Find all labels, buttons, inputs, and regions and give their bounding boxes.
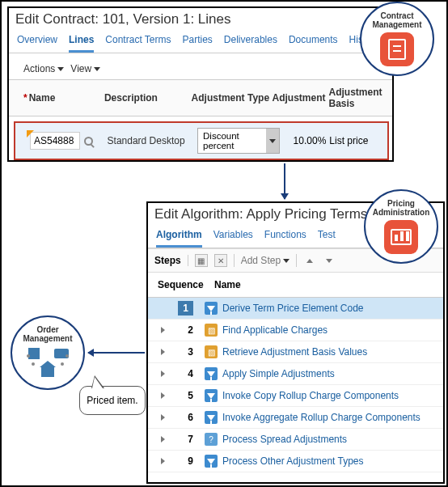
badge-pricing-administration: Pricing Administration (364, 189, 438, 264)
badge-contract-management: Contract Management (360, 2, 434, 76)
step-row[interactable]: 1Derive Term Price Element Code (148, 298, 443, 320)
adjustment-type-select[interactable]: Discount percent (197, 128, 280, 154)
package-icon: ▧ (205, 324, 218, 337)
required-star-icon: * (23, 92, 27, 104)
caret-down-icon (57, 67, 64, 71)
funnel-icon (205, 455, 218, 468)
move-down-button[interactable] (323, 254, 336, 267)
step-sequence: 6 (167, 412, 205, 423)
duplicate-button[interactable]: ▦ (195, 254, 208, 267)
step-row[interactable]: 2▧Find Applicable Charges (148, 320, 443, 341)
step-name: Process Other Adjustment Types (222, 455, 364, 467)
badge-order-management: Order Management (11, 315, 85, 390)
step-row[interactable]: 3▧Retrieve Adjustment Basis Values (148, 341, 443, 363)
actions-menu[interactable]: Actions (23, 63, 64, 74)
expand-icon[interactable] (158, 371, 167, 377)
step-sequence: 3 (167, 346, 205, 358)
tab-test[interactable]: Test (318, 226, 336, 248)
arrow-up-icon (306, 259, 313, 263)
badge-label: Order Management (12, 325, 83, 343)
tab-contract-terms[interactable]: Contract Terms (105, 31, 171, 53)
add-step-menu[interactable]: Add Step (241, 255, 290, 266)
contract-toolbar: Actions View (9, 53, 392, 79)
expand-icon[interactable] (158, 436, 167, 443)
arrow-down-icon (326, 259, 332, 263)
delete-button[interactable]: ✕ (214, 254, 227, 267)
view-menu[interactable]: View (70, 63, 100, 74)
name-input[interactable] (30, 132, 80, 150)
caret-down-icon (269, 139, 276, 143)
tab-documents[interactable]: Documents (289, 31, 338, 53)
package-icon: ▧ (205, 345, 218, 358)
step-sequence: 7 (167, 434, 205, 445)
funnel-icon (205, 411, 218, 424)
col-adjustment: Adjustment (273, 92, 329, 104)
step-sequence: 1 (167, 303, 205, 314)
dropdown-button[interactable] (266, 129, 279, 153)
contract-document-icon (380, 32, 414, 66)
grid-header: *Name Description Adjustment Type Adjust… (9, 79, 392, 116)
step-name: Invoke Copy Rollup Charge Components (222, 390, 399, 401)
tab-overview[interactable]: Overview (17, 31, 57, 53)
step-row[interactable]: 7?Process Spread Adjustments (148, 429, 443, 451)
tab-functions[interactable]: Functions (264, 226, 306, 248)
col-name: Name (214, 279, 437, 290)
step-row[interactable]: 6Invoke Aggregate Rollup Charge Componen… (148, 407, 443, 429)
search-icon[interactable] (84, 137, 93, 146)
tab-deliverables[interactable]: Deliverables (224, 31, 277, 53)
grid-row-highlighted: Standard Desktop Discount percent 10.00%… (14, 121, 389, 160)
col-sequence: Sequence (158, 279, 214, 290)
expand-icon[interactable] (158, 327, 167, 333)
add-step-label: Add Step (241, 255, 281, 266)
col-description: Description (104, 92, 192, 104)
tab-algorithm[interactable]: Algorithm (156, 226, 202, 248)
cell-adjustment-basis: List price (329, 135, 381, 146)
step-sequence: 5 (167, 390, 205, 401)
question-icon: ? (205, 433, 218, 446)
step-sequence: 2 (167, 324, 205, 336)
tab-lines[interactable]: Lines (69, 31, 94, 53)
flow-arrow-down-icon (284, 163, 285, 199)
caret-down-icon (94, 67, 100, 71)
step-row[interactable]: 4Apply Simple Adjustments (148, 363, 443, 385)
actions-label: Actions (23, 63, 55, 74)
caret-down-icon (283, 259, 290, 263)
order-management-icon (27, 346, 69, 380)
step-name: Invoke Aggregate Rollup Charge Component… (222, 412, 421, 423)
tab-parties[interactable]: Parties (183, 31, 213, 53)
expand-icon[interactable] (158, 349, 167, 355)
expand-icon[interactable] (158, 414, 167, 421)
step-name: Apply Simple Adjustments (222, 368, 335, 379)
steps-label: Steps (154, 255, 188, 266)
steps-body: 1Derive Term Price Element Code2▧Find Ap… (148, 298, 443, 472)
page-title: Edit Contract: 101, Version 1: Lines (9, 8, 392, 29)
move-up-button[interactable] (303, 254, 316, 267)
contract-tabs: Overview Lines Contract Terms Parties De… (9, 29, 392, 53)
cell-description: Standard Desktop (108, 135, 197, 146)
step-name: Derive Term Price Element Code (222, 303, 364, 314)
funnel-icon (205, 389, 218, 402)
step-name: Process Spread Adjustments (222, 434, 347, 445)
contract-panel: Edit Contract: 101, Version 1: Lines Ove… (7, 6, 394, 162)
step-sequence: 9 (167, 455, 205, 467)
expand-icon[interactable] (158, 458, 167, 464)
select-value: Discount percent (198, 129, 266, 153)
badge-label: Pricing Administration (366, 199, 437, 217)
view-label: View (70, 63, 91, 74)
changed-row-icon (27, 130, 34, 138)
cell-adjustment-type: Discount percent (197, 128, 285, 154)
tab-variables[interactable]: Variables (213, 226, 253, 248)
step-name: Retrieve Adjustment Basis Values (222, 346, 367, 358)
badge-label: Contract Management (361, 11, 433, 29)
col-adjustment-type: Adjustment Type (192, 92, 273, 104)
funnel-icon (205, 367, 218, 380)
step-row[interactable]: 5Invoke Copy Rollup Charge Components (148, 385, 443, 407)
cell-name (30, 132, 108, 150)
step-sequence: 4 (167, 368, 205, 379)
col-adjustment-basis: Adjustment Basis (329, 87, 387, 109)
expand-icon[interactable] (158, 392, 167, 399)
flow-arrow-left-icon (88, 352, 145, 354)
col-name: *Name (23, 92, 104, 104)
funnel-icon (205, 302, 218, 315)
step-row[interactable]: 9Process Other Adjustment Types (148, 451, 443, 472)
